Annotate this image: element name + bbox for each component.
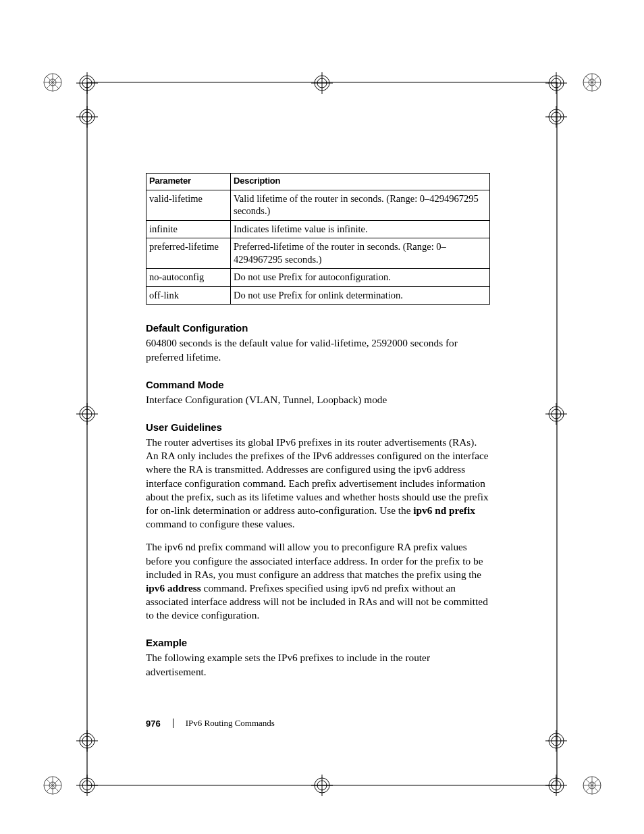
heading-user-guidelines: User Guidelines	[146, 421, 490, 433]
heading-command-mode: Command Mode	[146, 379, 490, 390]
param-cell: no-autoconfig	[146, 269, 231, 287]
text-span: command to configure these values.	[146, 518, 294, 529]
para-command-mode: Interface Configuration (VLAN, Tunnel, L…	[146, 393, 490, 407]
param-cell: off-link	[146, 286, 231, 305]
table-row: preferred-lifetime Preferred-lifetime of…	[146, 238, 490, 269]
heading-example: Example	[146, 637, 490, 648]
desc-cell: Do not use Prefix for autoconfiguration.	[231, 269, 490, 287]
table-row: valid-lifetime Valid lifetime of the rou…	[146, 190, 490, 220]
param-cell: valid-lifetime	[146, 190, 231, 220]
para-user-guidelines-2: The ipv6 nd prefix command will allow yo…	[146, 540, 490, 622]
table-row: off-link Do not use Prefix for onlink de…	[146, 286, 490, 305]
para-default-configuration: 604800 seconds is the default value for …	[146, 336, 490, 363]
footer-divider	[173, 719, 173, 728]
parameters-table: Parameter Description valid-lifetime Val…	[146, 173, 490, 305]
page-number: 976	[146, 719, 161, 729]
para-example: The following example sets the IPv6 pref…	[146, 651, 490, 678]
desc-cell: Preferred-lifetime of the router in seco…	[231, 238, 490, 269]
desc-cell: Valid lifetime of the router in seconds.…	[231, 190, 490, 220]
param-cell: infinite	[146, 220, 231, 238]
th-parameter: Parameter	[146, 174, 231, 190]
bold-command: ipv6 address	[146, 582, 201, 594]
page-content: Parameter Description valid-lifetime Val…	[146, 173, 490, 679]
th-description: Description	[231, 174, 490, 190]
text-span: The ipv6 nd prefix command will allow yo…	[146, 541, 483, 579]
page-footer: 976 IPv6 Routing Commands	[146, 718, 275, 729]
table-header-row: Parameter Description	[146, 174, 490, 190]
para-user-guidelines-1: The router advertises its global IPv6 pr…	[146, 436, 490, 531]
chapter-title: IPv6 Routing Commands	[186, 718, 275, 729]
heading-default-configuration: Default Configuration	[146, 322, 490, 334]
table-row: no-autoconfig Do not use Prefix for auto…	[146, 269, 490, 287]
param-cell: preferred-lifetime	[146, 238, 231, 269]
desc-cell: Indicates lifetime value is infinite.	[231, 220, 490, 238]
table-row: infinite Indicates lifetime value is inf…	[146, 220, 490, 238]
bold-command: ipv6 nd prefix	[413, 504, 475, 516]
desc-cell: Do not use Prefix for onlink determinati…	[231, 286, 490, 305]
